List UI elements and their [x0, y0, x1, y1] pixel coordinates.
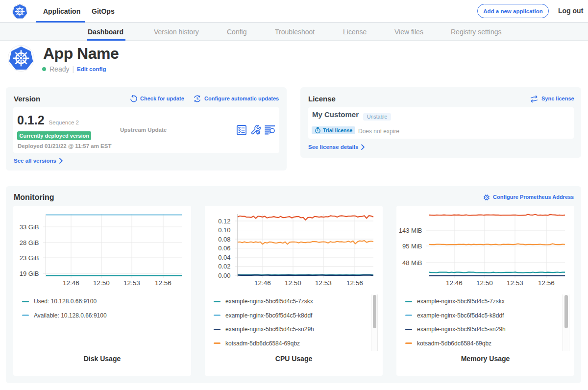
svg-text:12:56: 12:56 — [538, 279, 555, 287]
svg-text:12:53: 12:53 — [123, 279, 140, 287]
svg-text:48 MiB: 48 MiB — [402, 259, 422, 267]
svg-text:12:56: 12:56 — [346, 279, 363, 287]
svg-text:12:46: 12:46 — [63, 279, 79, 287]
svg-text:12:50: 12:50 — [93, 279, 110, 287]
svg-text:23 GiB: 23 GiB — [20, 254, 39, 262]
svg-text:0.06: 0.06 — [218, 244, 230, 252]
svg-text:12:56: 12:56 — [155, 279, 172, 287]
svg-text:33 GiB: 33 GiB — [20, 223, 39, 231]
svg-text:0.04: 0.04 — [218, 254, 230, 261]
svg-text:12:50: 12:50 — [285, 279, 301, 287]
svg-text:12:46: 12:46 — [254, 279, 271, 287]
svg-text:12:46: 12:46 — [446, 279, 463, 287]
svg-text:12:50: 12:50 — [476, 279, 493, 287]
svg-text:95 MiB: 95 MiB — [402, 243, 422, 250]
svg-text:0.10: 0.10 — [218, 226, 230, 234]
svg-text:12:53: 12:53 — [315, 279, 332, 287]
svg-text:0.12: 0.12 — [218, 218, 230, 225]
svg-text:19 GiB: 19 GiB — [20, 270, 39, 277]
svg-text:28 GiB: 28 GiB — [20, 239, 39, 246]
svg-text:0.00: 0.00 — [218, 272, 230, 279]
svg-text:143 MiB: 143 MiB — [399, 227, 422, 234]
svg-text:0.02: 0.02 — [218, 263, 230, 270]
svg-text:12:53: 12:53 — [507, 279, 523, 287]
svg-text:0.08: 0.08 — [218, 236, 230, 243]
